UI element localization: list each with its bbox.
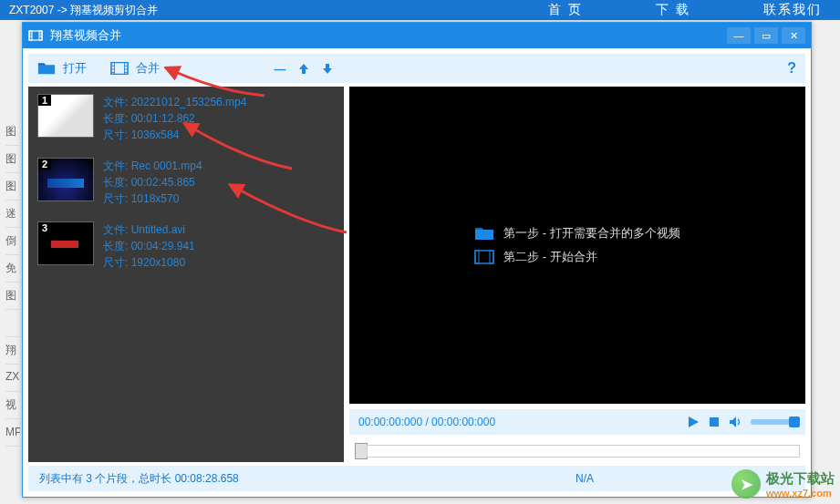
clip-filename: 文件: 20221012_153256.mp4	[103, 94, 246, 110]
toolbar: 打开 合并 — ?	[28, 54, 805, 83]
bg-nav: 首 页 下 载 联系我们	[548, 0, 822, 20]
clip-number-badge: 3	[38, 222, 51, 233]
play-button[interactable]	[687, 416, 700, 428]
step2-text: 第二步 - 开始合并	[503, 245, 597, 269]
preview-panel: 第一步 - 打开需要合并的多个视频 第二步 - 开始合并 00:00:00:00…	[349, 87, 805, 462]
clip-length: 长度: 00:01:12.862	[103, 110, 246, 127]
bg-nav-home[interactable]: 首 页	[548, 2, 583, 18]
minimize-button[interactable]: —	[727, 27, 751, 44]
merge-label: 合并	[136, 60, 160, 77]
clip-length: 长度: 00:02:45.865	[103, 174, 202, 190]
seek-handle[interactable]	[355, 443, 368, 459]
help-button[interactable]: ?	[787, 60, 796, 77]
seek-bar[interactable]	[349, 440, 805, 462]
window-title: 翔基视频合并	[50, 27, 121, 44]
open-button[interactable]: 打开	[37, 60, 87, 77]
bg-side-fragments: 图图图 迷倒免 图翔 ZX视MP3分割器	[5, 124, 20, 447]
watermark-name: 极光下载站	[766, 470, 835, 488]
app-window: 翔基视频合并 — ▭ ✕ 打开 合并 —	[22, 22, 812, 498]
bg-nav-contact[interactable]: 联系我们	[763, 2, 822, 18]
svg-rect-19	[710, 417, 719, 427]
status-right: N/A	[576, 472, 594, 485]
app-icon	[28, 28, 43, 43]
svg-rect-2	[39, 31, 42, 40]
close-button[interactable]: ✕	[782, 27, 805, 44]
merge-button[interactable]: 合并	[110, 60, 160, 77]
clip-thumbnail: 1	[37, 94, 94, 138]
clip-item[interactable]: 1文件: 20221012_153256.mp4长度: 00:01:12.862…	[28, 87, 344, 150]
clip-item[interactable]: 2文件: Rec 0001.mp4长度: 00:02:45.865尺寸: 101…	[28, 150, 344, 214]
svg-rect-1	[29, 31, 32, 40]
svg-rect-16	[475, 251, 493, 263]
clip-info: 文件: Rec 0001.mp4长度: 00:02:45.865尺寸: 1018…	[103, 158, 202, 207]
clip-size: 尺寸: 1018x570	[103, 190, 202, 207]
clip-item[interactable]: 3文件: Untitled.avi长度: 00:04:29.941尺寸: 192…	[28, 214, 344, 278]
clip-length: 长度: 00:04:29.941	[103, 238, 195, 254]
status-left: 列表中有 3 个片段，总时长 00:08:28.658	[39, 471, 239, 487]
bg-nav-download[interactable]: 下 载	[656, 2, 690, 18]
clip-list-panel: 1文件: 20221012_153256.mp4长度: 00:01:12.862…	[28, 87, 344, 462]
clip-filename: 文件: Untitled.avi	[103, 221, 195, 238]
stop-button[interactable]	[709, 417, 720, 427]
svg-rect-0	[29, 31, 42, 40]
step1-text: 第一步 - 打开需要合并的多个视频	[503, 221, 680, 245]
clip-size: 尺寸: 1036x584	[103, 127, 246, 143]
maximize-button[interactable]: ▭	[754, 27, 778, 44]
clip-size: 尺寸: 1920x1080	[103, 254, 195, 271]
titlebar[interactable]: 翔基视频合并 — ▭ ✕	[23, 23, 811, 48]
time-display: 00:00:00:000 / 00:00:00:000	[358, 416, 495, 428]
move-up-button[interactable]	[295, 59, 313, 77]
clip-number-badge: 1	[38, 95, 51, 106]
clip-thumbnail: 2	[37, 158, 94, 201]
folder-icon	[474, 225, 494, 242]
remove-button[interactable]: —	[271, 59, 289, 77]
volume-button[interactable]	[729, 416, 743, 428]
clip-info: 文件: 20221012_153256.mp4长度: 00:01:12.862尺…	[103, 94, 246, 143]
film-icon	[110, 61, 129, 76]
watermark-url: www.xz7.com	[766, 488, 835, 499]
playback-controls: 00:00:00:000 / 00:00:00:000	[349, 409, 805, 435]
move-down-button[interactable]	[318, 59, 337, 77]
volume-slider[interactable]	[751, 419, 796, 425]
status-bar: 列表中有 3 个片段，总时长 00:08:28.658 N/A	[28, 466, 805, 491]
video-preview[interactable]: 第一步 - 打开需要合并的多个视频 第二步 - 开始合并	[349, 87, 805, 404]
clip-number-badge: 2	[38, 159, 51, 170]
folder-icon	[37, 61, 56, 76]
clip-filename: 文件: Rec 0001.mp4	[103, 158, 202, 174]
clip-thumbnail: 3	[37, 221, 94, 265]
watermark-logo-icon: ➤	[731, 469, 761, 499]
watermark: ➤ 极光下载站 www.xz7.com	[731, 469, 835, 499]
open-label: 打开	[63, 60, 87, 77]
film-icon	[474, 249, 494, 265]
clip-info: 文件: Untitled.avi长度: 00:04:29.941尺寸: 1920…	[103, 221, 195, 271]
